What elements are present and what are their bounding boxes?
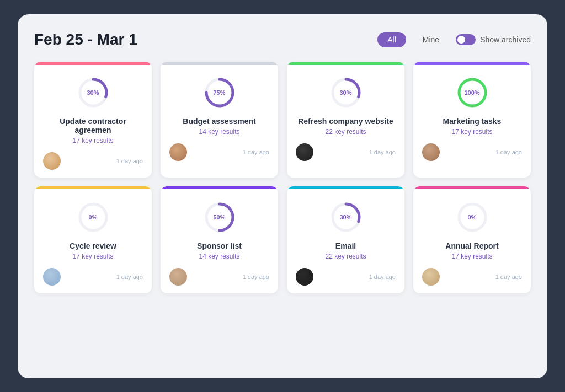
avatar <box>43 268 61 286</box>
progress-label: 30% <box>87 89 99 96</box>
time-ago: 1 day ago <box>116 273 143 280</box>
card-title: Update contractor agreemen <box>43 117 143 135</box>
card-footer: 1 day ago <box>169 143 269 161</box>
avatar <box>296 143 313 161</box>
header: Feb 25 - Mar 1 All Mine Show archived <box>34 31 531 49</box>
time-ago: 1 day ago <box>243 273 269 280</box>
card-title: Sponsor list <box>169 241 269 250</box>
time-ago: 1 day ago <box>116 158 143 164</box>
progress-label: 30% <box>339 214 351 221</box>
progress-label: 75% <box>213 89 225 96</box>
progress-circle: 30% <box>329 76 363 109</box>
card-card-3[interactable]: 30% Refresh company website 22 key resul… <box>287 62 404 178</box>
card-progress: 30% <box>296 76 396 109</box>
card-title: Refresh company website <box>296 117 396 126</box>
card-footer: 1 day ago <box>43 152 143 170</box>
archived-toggle[interactable] <box>456 34 476 45</box>
card-card-6[interactable]: 50% Sponsor list 14 key results 1 day ag… <box>161 186 278 293</box>
card-card-5[interactable]: 0% Cycle review 17 key results 1 day ago <box>34 186 152 293</box>
card-key-results[interactable]: 14 key results <box>169 253 269 260</box>
avatar <box>43 152 61 170</box>
card-footer: 1 day ago <box>422 268 522 286</box>
card-footer: 1 day ago <box>296 143 396 161</box>
card-key-results[interactable]: 22 key results <box>296 128 396 136</box>
card-title: Email <box>296 241 396 250</box>
card-key-results[interactable]: 17 key results <box>422 128 522 136</box>
progress-circle: 30% <box>329 201 363 234</box>
header-controls: All Mine Show archived <box>377 32 531 47</box>
progress-label: 0% <box>468 214 477 221</box>
time-ago: 1 day ago <box>495 149 522 155</box>
show-archived-label: Show archived <box>480 35 531 44</box>
avatar <box>169 268 187 286</box>
card-card-2[interactable]: 75% Budget assessment 14 key results 1 d… <box>161 62 278 178</box>
card-title: Cycle review <box>43 241 143 250</box>
card-key-results[interactable]: 14 key results <box>169 128 269 136</box>
card-card-4[interactable]: 100% Marketing tasks 17 key results 1 da… <box>413 62 531 178</box>
card-title: Budget assessment <box>169 117 269 126</box>
progress-circle: 75% <box>203 76 236 109</box>
card-progress: 0% <box>422 201 522 234</box>
card-card-8[interactable]: 0% Annual Report 17 key results 1 day ag… <box>413 186 531 293</box>
progress-label: 50% <box>213 214 225 221</box>
progress-label: 0% <box>89 214 98 221</box>
card-key-results[interactable]: 17 key results <box>43 137 143 144</box>
time-ago: 1 day ago <box>369 149 396 155</box>
card-card-1[interactable]: 30% Update contractor agreemen 17 key re… <box>34 62 152 178</box>
card-footer: 1 day ago <box>43 268 143 286</box>
time-ago: 1 day ago <box>369 273 396 280</box>
cards-grid: 30% Update contractor agreemen 17 key re… <box>34 62 531 293</box>
card-progress: 0% <box>43 201 143 234</box>
show-archived-control: Show archived <box>456 34 531 45</box>
card-progress: 100% <box>422 76 522 109</box>
card-footer: 1 day ago <box>169 268 269 286</box>
progress-circle: 0% <box>77 201 110 234</box>
date-range: Feb 25 - Mar 1 <box>34 31 137 49</box>
card-card-7[interactable]: 30% Email 22 key results 1 day ago <box>287 186 404 293</box>
progress-label: 100% <box>464 89 479 96</box>
card-key-results[interactable]: 17 key results <box>43 253 143 260</box>
filter-mine-button[interactable]: Mine <box>413 32 449 47</box>
progress-circle: 30% <box>77 76 110 109</box>
card-title: Marketing tasks <box>422 117 522 126</box>
avatar <box>296 268 313 286</box>
main-container: Feb 25 - Mar 1 All Mine Show archived 30… <box>18 14 547 378</box>
card-progress: 30% <box>43 76 143 109</box>
time-ago: 1 day ago <box>495 273 522 280</box>
card-footer: 1 day ago <box>296 268 396 286</box>
progress-circle: 0% <box>456 201 489 234</box>
card-progress: 50% <box>169 201 269 234</box>
avatar <box>169 143 187 161</box>
time-ago: 1 day ago <box>243 149 269 155</box>
progress-circle: 100% <box>456 76 489 109</box>
card-key-results[interactable]: 22 key results <box>296 253 396 260</box>
card-progress: 75% <box>169 76 269 109</box>
avatar <box>422 143 440 161</box>
progress-label: 30% <box>339 89 351 96</box>
avatar <box>422 268 440 286</box>
card-progress: 30% <box>296 201 396 234</box>
progress-circle: 50% <box>203 201 236 234</box>
card-title: Annual Report <box>422 241 522 250</box>
card-footer: 1 day ago <box>422 143 522 161</box>
card-key-results[interactable]: 17 key results <box>422 253 522 260</box>
filter-all-button[interactable]: All <box>377 32 406 47</box>
